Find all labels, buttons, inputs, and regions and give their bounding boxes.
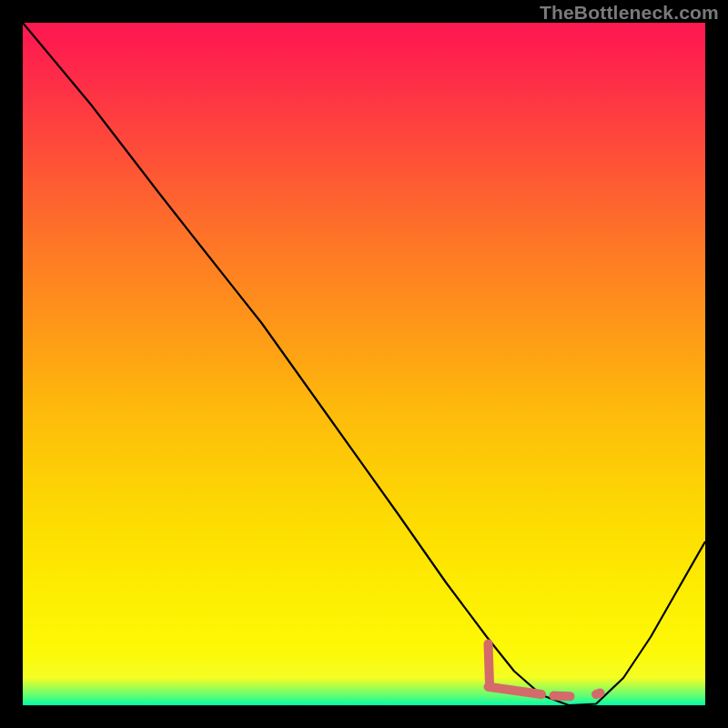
highlight-layer (489, 644, 601, 697)
highlight-segment (554, 696, 571, 697)
chart-svg (23, 23, 705, 705)
highlight-segment (489, 644, 490, 685)
curve-layer (23, 23, 705, 705)
watermark-text: TheBottleneck.com (540, 2, 719, 24)
chart-container: TheBottleneck.com (0, 0, 728, 728)
bottleneck-curve-path (23, 23, 705, 705)
highlight-segment (596, 693, 601, 695)
plot-area (23, 23, 705, 705)
